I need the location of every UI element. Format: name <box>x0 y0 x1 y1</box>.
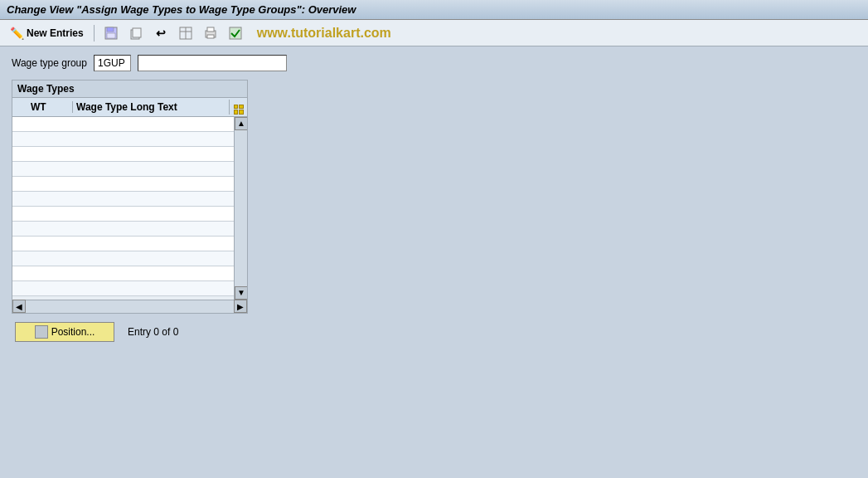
position-button[interactable]: Position... <box>15 322 114 342</box>
svg-rect-4 <box>133 28 141 37</box>
table-header: WT Wage Type Long Text <box>12 98 247 117</box>
entry-count: Entry 0 of 0 <box>128 326 178 338</box>
wage-type-group-input[interactable] <box>138 55 287 71</box>
svg-rect-10 <box>207 35 214 38</box>
check-icon <box>229 27 242 40</box>
scroll-track[interactable] <box>235 130 247 286</box>
toolbar: ✏️ New Entries ↩ <box>0 20 868 46</box>
pencil-icon: ✏️ <box>10 27 23 40</box>
scroll-right-arrow[interactable]: ▶ <box>234 300 247 313</box>
table-row <box>12 147 234 162</box>
undo-button[interactable]: ↩ <box>151 26 171 41</box>
table-body[interactable] <box>12 117 234 300</box>
filter-row: Wage type group 1GUP <box>12 55 856 71</box>
vertical-scrollbar[interactable]: ▲ ▼ <box>234 117 247 300</box>
table-row <box>12 117 234 132</box>
separator-1 <box>94 25 95 41</box>
position-button-label: Position... <box>51 326 95 338</box>
title-bar: Change View "Assign Wage Types to Wage T… <box>0 0 868 20</box>
svg-rect-1 <box>107 27 114 32</box>
position-icon <box>35 325 48 339</box>
scroll-down-arrow[interactable]: ▼ <box>235 286 247 300</box>
scroll-up-arrow[interactable]: ▲ <box>235 117 247 130</box>
copy-button[interactable] <box>126 26 146 41</box>
table-settings-icon[interactable] <box>234 100 244 111</box>
table-row <box>12 207 234 222</box>
wage-type-group-value: 1GUP <box>94 55 131 71</box>
page-title: Change View "Assign Wage Types to Wage T… <box>7 3 356 16</box>
col-longtext-header: Wage Type Long Text <box>73 101 229 113</box>
undo-icon: ↩ <box>154 27 167 40</box>
table-row <box>12 162 234 177</box>
watermark: www.tutorialkart.com <box>257 26 391 41</box>
table-row <box>12 192 234 207</box>
table-row <box>12 251 234 266</box>
wage-types-table: Wage Types WT Wage Type Long Text <box>12 80 248 314</box>
table-body-wrapper: ▲ ▼ <box>12 117 247 300</box>
hscroll-track[interactable] <box>26 300 234 313</box>
check-button[interactable] <box>225 26 245 41</box>
new-entries-label: New Entries <box>27 27 84 39</box>
table-row <box>12 132 234 147</box>
new-entries-button[interactable]: ✏️ New Entries <box>7 26 87 41</box>
print-icon <box>204 27 217 40</box>
svg-rect-2 <box>107 33 115 38</box>
col-settings-icon[interactable] <box>229 100 247 115</box>
col-wt-header: WT <box>27 101 73 113</box>
horizontal-scrollbar[interactable]: ◀ ▶ <box>12 300 247 313</box>
table-view-button[interactable] <box>176 26 196 41</box>
table-title: Wage Types <box>12 80 247 98</box>
table-row <box>12 266 234 281</box>
table-row <box>12 222 234 237</box>
svg-rect-9 <box>207 27 214 32</box>
table-icon <box>179 27 192 40</box>
save-button[interactable] <box>101 26 121 41</box>
wage-type-group-label: Wage type group <box>12 57 87 69</box>
table-row <box>12 237 234 251</box>
table-row <box>12 177 234 192</box>
save-icon <box>104 27 118 40</box>
main-content: Wage type group 1GUP Wage Types WT Wage … <box>0 46 868 350</box>
print-button[interactable] <box>201 26 221 41</box>
bottom-bar: Position... Entry 0 of 0 <box>12 322 856 342</box>
scroll-left-arrow[interactable]: ◀ <box>12 300 26 313</box>
copy-icon <box>129 27 143 40</box>
table-row <box>12 281 234 296</box>
